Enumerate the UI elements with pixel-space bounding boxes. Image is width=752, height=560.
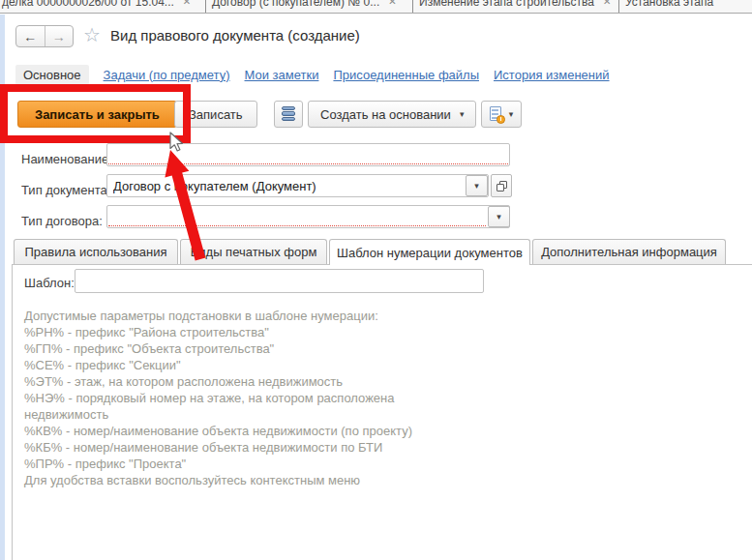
mdi-tab-label: делка 0000000026/00 от 15.04... (2, 0, 174, 11)
contract-type-label: Тип договора: (21, 214, 103, 228)
create-based-on-button[interactable]: Создать на основании ▾ (308, 101, 476, 128)
stacked-discs-icon (282, 106, 295, 122)
template-label: Шаблон: (24, 276, 75, 290)
required-underline (108, 163, 508, 164)
left-edge-strip (0, 15, 5, 560)
mdi-tab-label: Договор (с покупателем) № 0... (212, 0, 379, 11)
create-followup-dropdown-button[interactable]: ▾ (481, 101, 522, 128)
tab-numbering-template[interactable]: Шаблон нумерации документов (329, 239, 530, 265)
caret-down-icon: ▾ (509, 110, 514, 119)
forward-button[interactable]: → (45, 26, 74, 46)
nav-link-attached-files[interactable]: Присоединенные файлы (333, 68, 479, 82)
caret-down-icon: ▾ (496, 213, 501, 221)
hint-line: недвижимость (24, 406, 508, 423)
hint-line: %СЕ% - префикс "Секции" (24, 357, 508, 373)
hint-line: %ГП% - префикс "Объекта строительства" (24, 340, 508, 357)
hint-line: %ЭТ% - этаж, на котором расположена недв… (24, 373, 508, 390)
mdi-tab-label: Изменение этапа строительства (419, 0, 594, 11)
close-icon[interactable]: ✕ (183, 0, 191, 10)
mdi-tab-stage-set[interactable]: Установка этапа (619, 0, 752, 14)
required-underline (108, 225, 486, 226)
mdi-tab-stage-change[interactable]: Изменение этапа строительства ✕ (413, 0, 619, 14)
favorite-star-icon[interactable]: ☆ (83, 23, 101, 46)
hint-line: Допустимые параметры подстановки в шабло… (24, 308, 508, 324)
hint-line: %ПР% - префикс "Проекта" (24, 456, 508, 472)
tab-additional-info[interactable]: Дополнительная информация (532, 239, 726, 264)
hint-line: Для удобства вставки воспользуйтесь конт… (24, 472, 508, 488)
template-hint-text: Допустимые параметры подстановки в шабло… (24, 308, 508, 488)
show-in-list-button[interactable] (274, 101, 303, 128)
nav-link-tasks[interactable]: Задачи (по предмету) (104, 68, 230, 82)
close-icon[interactable]: ✕ (388, 0, 396, 10)
document-clock-icon (490, 106, 504, 123)
app-window: делка 0000000026/00 от 15.04... ✕ Догово… (0, 0, 752, 560)
doc-type-dropdown-button[interactable]: ▾ (466, 175, 488, 196)
hint-line: %НЭ% - порядковый номер на этаже, на кот… (24, 390, 508, 406)
name-field-label: Наименование: (21, 152, 112, 166)
hint-line: %КБ% - номер/наименование объекта недвиж… (24, 439, 508, 456)
save-button[interactable]: Записать (174, 101, 257, 128)
mdi-tab-bar: делка 0000000026/00 от 15.04... ✕ Догово… (0, 0, 752, 14)
caret-down-icon: ▾ (474, 182, 479, 191)
close-icon[interactable]: ✕ (603, 0, 611, 10)
page-title: Вид правового документа (создание) (110, 27, 360, 44)
mdi-tab-contract[interactable]: Договор (с покупателем) № 0... ✕ (206, 0, 413, 14)
mdi-tab-label: Установка этапа (625, 0, 713, 11)
mdi-tab-deal[interactable]: делка 0000000026/00 от 15.04... ✕ (0, 0, 206, 14)
tab-print-forms[interactable]: Виды печатных форм (180, 239, 327, 264)
hint-line: %РН% - префикс "Района строительства" (24, 324, 508, 340)
hint-line: %КВ% - номер/наименование объекта недвиж… (24, 423, 508, 439)
save-and-close-button[interactable]: Записать и закрыть (17, 101, 177, 128)
template-input[interactable] (75, 269, 484, 293)
tab-usage-rules[interactable]: Правила использования (14, 239, 178, 264)
doc-type-input[interactable] (106, 174, 489, 197)
nav-link-main[interactable]: Основное (15, 65, 89, 85)
back-button[interactable]: ← (16, 26, 45, 46)
history-nav-group: ← → (15, 25, 74, 47)
contract-type-dropdown-button[interactable]: ▾ (488, 206, 510, 227)
caret-down-icon: ▾ (460, 110, 465, 119)
nav-link-notes[interactable]: Мои заметки (245, 68, 319, 82)
doc-type-label: Тип документа: (21, 183, 110, 197)
create-based-on-label: Создать на основании (320, 107, 451, 122)
nav-link-change-history[interactable]: История изменений (494, 68, 610, 82)
doc-type-open-button[interactable] (491, 174, 512, 197)
open-form-icon (496, 181, 507, 192)
form-nav-links: Основное Задачи (по предмету) Мои заметк… (15, 64, 610, 85)
